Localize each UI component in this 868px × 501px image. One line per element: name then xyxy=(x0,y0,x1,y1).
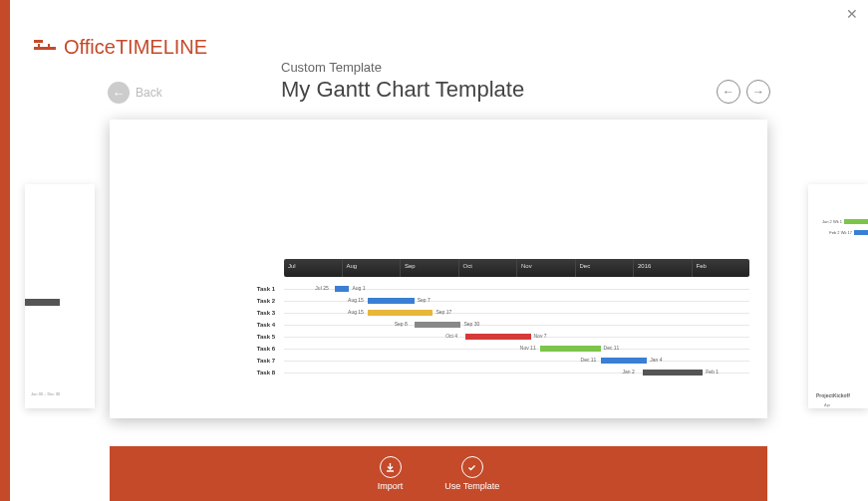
neighbor-right-row: Jun 2 Wk 1 xyxy=(808,216,868,227)
task-track: Oct 4Nov 7 xyxy=(284,331,749,343)
task-end-label: Sep 17 xyxy=(435,309,451,315)
task-end-label: Sep 30 xyxy=(463,321,479,327)
task-label: Task 8 xyxy=(237,370,275,376)
neighbor-right-rows: Jun 2 Wk 1Feb 2 Wk 17 xyxy=(808,216,868,238)
gantt-row: Task 5Oct 4Nov 7 xyxy=(110,331,767,343)
logo-text: OfficeTIMELINE xyxy=(64,36,207,59)
task-start-label: Aug 15 xyxy=(348,309,364,315)
task-label: Task 5 xyxy=(237,334,275,340)
subtitle: Custom Template xyxy=(281,60,524,75)
gantt-timescale: JulAugSepOctNovDec2016Feb xyxy=(284,259,749,277)
prev-template-button[interactable]: ← xyxy=(717,80,740,104)
task-start-label: Dec 11 xyxy=(581,357,597,363)
neighbor-right-row-bar xyxy=(854,230,868,235)
task-label: Task 1 xyxy=(237,286,275,292)
check-icon xyxy=(461,456,483,478)
task-label: Task 7 xyxy=(237,358,275,364)
import-button[interactable]: Import xyxy=(378,456,404,491)
svg-rect-0 xyxy=(34,40,43,43)
task-track: Jan 2Feb 1 xyxy=(284,367,749,378)
header: Custom Template My Gantt Chart Template xyxy=(281,60,524,103)
gantt-row: Task 4Sep 8Sep 30 xyxy=(110,319,767,331)
nav-arrows: ← → xyxy=(717,80,770,104)
neighbor-left-bar xyxy=(25,299,60,306)
task-bar xyxy=(415,322,461,328)
timescale-month: Feb xyxy=(692,259,750,277)
gantt-chart: JulAugSepOctNovDec2016Feb Task 1Jul 25Au… xyxy=(110,259,767,378)
neighbor-right-title: ProjectKickoff xyxy=(816,392,850,398)
task-start-label: Oct 4 xyxy=(445,333,457,339)
import-label: Import xyxy=(378,481,404,491)
task-start-label: Jan 2 xyxy=(623,369,635,375)
task-label: Task 2 xyxy=(237,298,275,304)
svg-rect-2 xyxy=(38,44,40,50)
task-end-label: Aug 1 xyxy=(352,285,365,291)
neighbor-preview-left[interactable]: Jan 30 – Dec 30 xyxy=(25,184,95,408)
task-end-label: Feb 1 xyxy=(706,369,719,375)
task-track: Nov 11Dec 11 xyxy=(284,343,749,355)
app-logo: OfficeTIMELINE xyxy=(34,36,207,59)
task-bar xyxy=(601,358,648,364)
use-template-button[interactable]: Use Template xyxy=(444,456,499,491)
gantt-rows: Task 1Jul 25Aug 1Task 2Aug 15Sep 7Task 3… xyxy=(110,283,767,378)
task-bar xyxy=(368,310,433,316)
timescale-month: Jul xyxy=(284,259,342,277)
task-bar xyxy=(540,346,601,352)
action-bar: Import Use Template xyxy=(110,446,767,501)
use-template-label: Use Template xyxy=(444,481,499,491)
task-bar xyxy=(368,298,415,304)
task-label: Task 6 xyxy=(237,346,275,352)
task-label: Task 4 xyxy=(237,322,275,328)
logo-icon xyxy=(34,40,56,56)
timescale-month: Oct xyxy=(458,259,517,277)
task-track: Aug 15Sep 7 xyxy=(284,295,749,307)
task-track: Dec 11Jan 4 xyxy=(284,355,749,367)
close-button[interactable]: ✕ xyxy=(846,6,858,22)
gantt-row: Task 3Aug 15Sep 17 xyxy=(110,307,767,319)
neighbor-right-row-label: Jun 2 Wk 1 xyxy=(822,219,842,224)
neighbor-left-footer: Jan 30 – Dec 30 xyxy=(31,391,60,396)
logo-text-a: Office xyxy=(64,36,116,58)
task-start-label: Aug 15 xyxy=(348,297,364,303)
task-end-label: Sep 7 xyxy=(418,297,431,303)
back-label: Back xyxy=(136,86,162,100)
task-label: Task 3 xyxy=(237,310,275,316)
svg-rect-3 xyxy=(48,44,50,50)
neighbor-right-row: Feb 2 Wk 17 xyxy=(808,227,868,238)
svg-rect-1 xyxy=(34,47,56,50)
neighbor-right-row-bar xyxy=(844,219,868,224)
timescale-month: Aug xyxy=(342,259,401,277)
task-end-label: Dec 11 xyxy=(604,345,620,351)
timescale-month: 2016 xyxy=(633,259,692,277)
timescale-month: Sep xyxy=(400,259,458,277)
timescale-month: Nov xyxy=(516,259,575,277)
page-title: My Gantt Chart Template xyxy=(281,77,524,103)
task-track: Jul 25Aug 1 xyxy=(284,283,749,295)
next-template-button[interactable]: → xyxy=(746,80,770,104)
task-bar xyxy=(335,286,349,292)
task-start-label: Nov 11 xyxy=(520,345,536,351)
gantt-row: Task 1Jul 25Aug 1 xyxy=(110,283,767,295)
neighbor-right-axis: Apr xyxy=(824,402,830,407)
task-start-label: Jul 25 xyxy=(315,285,328,291)
task-end-label: Jan 4 xyxy=(650,357,662,363)
back-arrow-icon: ← xyxy=(108,82,130,104)
task-start-label: Sep 8 xyxy=(395,321,408,327)
task-bar xyxy=(643,370,704,376)
timescale-month: Dec xyxy=(575,259,634,277)
task-track: Aug 15Sep 17 xyxy=(284,307,749,319)
neighbor-preview-right[interactable]: Jun 2 Wk 1Feb 2 Wk 17 ProjectKickoff Apr xyxy=(808,184,868,408)
download-icon xyxy=(380,456,402,478)
template-preview: JulAugSepOctNovDec2016Feb Task 1Jul 25Au… xyxy=(110,120,767,418)
task-end-label: Nov 7 xyxy=(534,333,547,339)
task-bar xyxy=(465,334,530,340)
side-accent xyxy=(0,0,10,501)
back-button[interactable]: ← Back xyxy=(108,82,162,104)
task-track: Sep 8Sep 30 xyxy=(284,319,749,331)
neighbor-right-row-label: Feb 2 Wk 17 xyxy=(829,230,852,235)
gantt-row: Task 8Jan 2Feb 1 xyxy=(110,367,767,378)
gantt-row: Task 7Dec 11Jan 4 xyxy=(110,355,767,367)
gantt-row: Task 2Aug 15Sep 7 xyxy=(110,295,767,307)
gantt-row: Task 6Nov 11Dec 11 xyxy=(110,343,767,355)
logo-text-b: TIMELINE xyxy=(116,36,207,58)
